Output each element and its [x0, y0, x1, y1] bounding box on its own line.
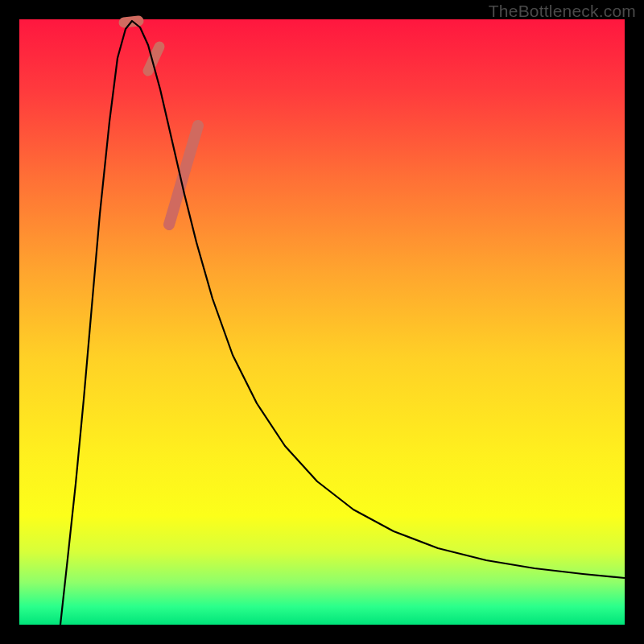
- plot-svg: [19, 19, 625, 625]
- curve-layer: [60, 21, 625, 625]
- upper-highlight: [169, 126, 198, 225]
- chart-area: [19, 19, 625, 625]
- bottleneck-curve: [60, 21, 625, 625]
- highlight-layer: [124, 21, 198, 225]
- watermark-text: TheBottleneck.com: [489, 2, 636, 21]
